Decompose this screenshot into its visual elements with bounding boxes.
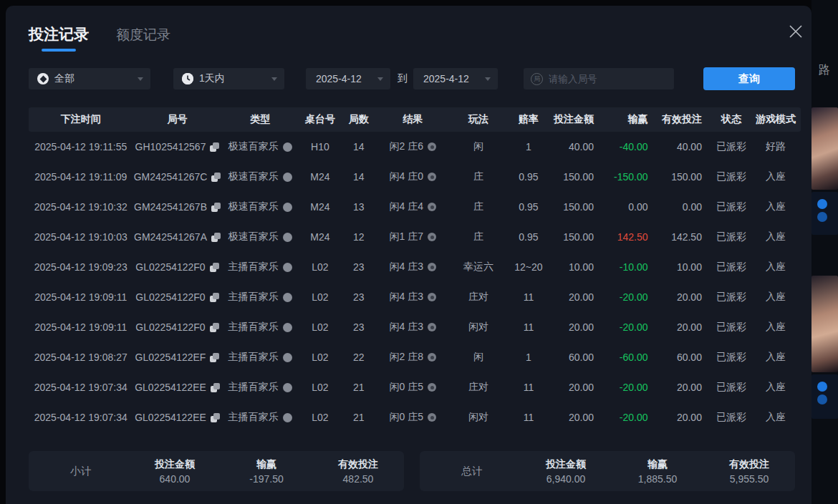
result-info-icon[interactable] [428, 203, 436, 211]
table-body: 2025-04-12 19:11:55GH1025412567极速百家乐H101… [29, 132, 795, 432]
tab-bet-records[interactable]: 投注记录 [29, 24, 89, 54]
lobby-thumbnail-photo [811, 107, 838, 190]
odds-cell: 11 [507, 312, 549, 342]
result-info-icon[interactable] [428, 383, 436, 392]
column-header: 投注金额 [550, 107, 604, 132]
round-cell: 23 [342, 312, 377, 342]
result-value: 闲4 庄3 [390, 291, 423, 304]
game-type: 主播百家乐 [228, 321, 278, 334]
copy-icon[interactable] [210, 293, 219, 302]
game-number-search[interactable]: 局 [524, 68, 674, 89]
column-header: 有效投注 [658, 107, 712, 132]
tableNo-cell: L02 [299, 402, 341, 432]
copy-icon[interactable] [210, 142, 219, 152]
win-cell: -20.00 [604, 312, 658, 342]
status-cell: 已派彩 [712, 162, 751, 192]
subtotal-bet: 投注金额 640.00 [129, 458, 221, 485]
game-type-icon [283, 323, 292, 332]
copy-icon[interactable] [211, 413, 220, 422]
play-cell: 闲对 [449, 402, 507, 432]
chevron-down-icon [377, 77, 383, 81]
valid-cell: 20.00 [658, 372, 712, 402]
game-type-icon [283, 383, 292, 392]
mode-cell: 入座 [751, 192, 801, 222]
page-backdrop: 路 投注记录 额度记录 全部 [0, 0, 838, 504]
tableNo-cell: L02 [299, 312, 341, 342]
copy-icon[interactable] [211, 233, 221, 242]
chevron-down-icon [138, 77, 143, 81]
result-info-icon[interactable] [428, 263, 436, 271]
amount-cell: 20.00 [550, 402, 604, 432]
column-header: 输赢 [604, 107, 658, 132]
time-cell: 2025-04-12 19:10:32 [29, 192, 133, 222]
subtotal-valid-bet: 有效投注 482.50 [312, 458, 404, 485]
column-header: 局号 [133, 107, 222, 132]
time-cell: 2025-04-12 19:09:23 [29, 252, 133, 282]
copy-icon[interactable] [211, 203, 221, 212]
time-cell: 2025-04-12 19:07:34 [29, 402, 133, 432]
result-info-icon[interactable] [428, 142, 436, 151]
table-row: 2025-04-12 19:09:23GL02254122F0主播百家乐L022… [29, 252, 801, 282]
copy-icon[interactable] [210, 263, 219, 272]
result-info-icon[interactable] [428, 353, 436, 362]
status-cell: 已派彩 [712, 402, 751, 432]
query-button[interactable]: 查询 [703, 67, 795, 90]
amount-cell: 150.00 [550, 162, 604, 192]
tab-label: 投注记录 [29, 26, 89, 42]
mode-cell: 入座 [751, 282, 801, 312]
tableNo-cell: L02 [299, 342, 341, 372]
date-from-picker[interactable]: 2025-4-12 [306, 68, 390, 89]
game-id: GL02254122EF [135, 352, 206, 363]
win-cell: 0.00 [604, 192, 658, 222]
result-info-icon[interactable] [428, 293, 436, 301]
time-cell: 2025-04-12 19:08:27 [29, 342, 133, 372]
lobby-logo-icon [817, 382, 827, 392]
valid-cell: 0.00 [658, 192, 712, 222]
game-id-cell: GM242541267A [133, 222, 222, 252]
copy-icon[interactable] [211, 383, 220, 392]
time-range-dropdown[interactable]: 1天内 [173, 68, 284, 89]
amount-cell: 150.00 [550, 192, 604, 222]
summary-bar: 小计 投注金额 640.00 输赢 -197.50 有效投注 482.50 总计… [29, 451, 795, 491]
copy-icon[interactable] [211, 173, 221, 182]
game-type: 主播百家乐 [228, 381, 278, 394]
status-cell: 已派彩 [712, 312, 751, 342]
date-to-picker[interactable]: 2025-4-12 [413, 68, 498, 89]
game-id: GL02254122F0 [135, 321, 205, 333]
result-cell: 闲2 庄8 [376, 342, 449, 372]
play-cell: 庄 [449, 222, 507, 252]
result-value: 闲0 庄5 [390, 411, 423, 424]
search-input[interactable] [549, 74, 656, 84]
game-type-icon [283, 173, 292, 182]
copy-icon[interactable] [210, 323, 219, 332]
game-id: GM242541267B [134, 201, 207, 213]
table-row: 2025-04-12 19:08:27GL02254122EF主播百家乐L022… [29, 342, 801, 372]
amount-cell: 20.00 [550, 312, 604, 342]
mode-cell: 入座 [751, 312, 801, 342]
close-button[interactable] [784, 20, 807, 43]
tableNo-cell: L02 [299, 282, 341, 312]
result-info-icon[interactable] [428, 413, 436, 422]
lobby-thumbnail-logos [811, 192, 838, 235]
copy-icon[interactable] [210, 353, 219, 362]
result-cell: 闲4 庄4 [376, 192, 449, 222]
game-type: 极速百家乐 [228, 231, 278, 243]
game-id-cell: GL02254122F0 [133, 252, 222, 282]
time-cell: 2025-04-12 19:11:55 [29, 132, 133, 162]
result-info-icon[interactable] [428, 173, 436, 181]
odds-cell: 0.95 [507, 162, 549, 192]
status-cell: 已派彩 [712, 282, 751, 312]
game-type-cell: 极速百家乐 [221, 192, 299, 222]
total-valid-bet: 有效投注 5,955.50 [703, 458, 795, 485]
time-cell: 2025-04-12 19:09:11 [29, 312, 133, 342]
column-header: 状态 [712, 107, 751, 132]
lobby-thumbnail-logos [811, 374, 838, 419]
game-type-cell: 极速百家乐 [221, 222, 299, 252]
result-info-icon[interactable] [428, 323, 436, 331]
total-winloss: 输赢 1,885.50 [612, 458, 703, 485]
tab-quota-records[interactable]: 额度记录 [116, 26, 170, 54]
game-type-icon [283, 353, 292, 362]
result-info-icon[interactable] [428, 233, 436, 241]
category-dropdown[interactable]: 全部 [29, 68, 150, 89]
game-id: GL02254122F0 [135, 291, 205, 303]
